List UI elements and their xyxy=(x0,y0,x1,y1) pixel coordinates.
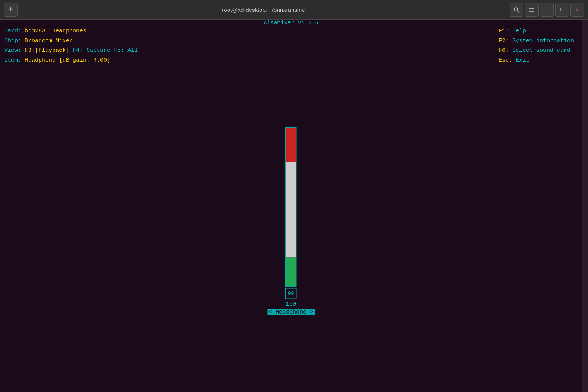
esc-desc: Exit xyxy=(516,57,529,64)
menu-button[interactable] xyxy=(525,3,539,17)
alsamixer-frame: AlsaMixer v1.2.6 Card: bcm2835 Headphone… xyxy=(0,20,582,392)
minimize-button[interactable]: — xyxy=(540,3,554,17)
close-button[interactable]: ✕ xyxy=(570,3,584,17)
f2-line: F2: System information xyxy=(499,36,574,46)
view-f4: F4: Capture xyxy=(73,47,110,54)
view-label: View: xyxy=(4,47,21,54)
view-f5: F5: All xyxy=(114,47,138,54)
f1-key: F1: xyxy=(499,28,509,34)
slider-red-zone xyxy=(286,128,296,162)
f6-desc: Select sound card xyxy=(512,47,570,54)
slider-track xyxy=(285,127,297,287)
esc-line: Esc: Exit xyxy=(499,56,574,66)
titlebar: + root@xd-desktop: ~/onnxruntime — □ ✕ xyxy=(0,0,588,20)
f1-line: F1: Help xyxy=(499,26,574,36)
terminal-area: AlsaMixer v1.2.6 Card: bcm2835 Headphone… xyxy=(0,20,588,392)
slider-green-zone xyxy=(286,257,296,287)
maximize-button[interactable]: □ xyxy=(555,3,569,17)
card-label: Card: xyxy=(4,28,21,34)
help-section: F1: Help F2: System information F6: Sele… xyxy=(499,26,574,65)
f6-line: F6: Select sound card xyxy=(499,46,574,56)
item-line: Item: Headphone [dB gain: 4.00] xyxy=(4,56,138,66)
slider-value-display: 00 xyxy=(285,288,297,299)
new-tab-button[interactable]: + xyxy=(4,3,18,17)
window-controls: — □ ✕ xyxy=(510,3,584,17)
view-f3: F3:[Playback] xyxy=(25,47,69,54)
chip-label: Chip: xyxy=(4,38,21,44)
info-section: Card: bcm2835 Headphones Chip: Broadcom … xyxy=(4,26,138,65)
scrollbar[interactable] xyxy=(582,20,588,392)
hamburger-icon xyxy=(529,7,535,13)
f2-key: F2: xyxy=(499,38,509,44)
alsamixer-title: AlsaMixer v1.2.6 xyxy=(260,20,321,26)
volume-slider[interactable]: 00 100 < Headphone > xyxy=(267,127,315,315)
search-button[interactable] xyxy=(510,3,523,17)
item-label: Item: xyxy=(4,57,21,64)
slider-channel-label: < Headphone > xyxy=(267,309,315,315)
card-value: bcm2835 Headphones xyxy=(25,28,86,34)
f6-key: F6: xyxy=(499,47,509,54)
window-title: root@xd-desktop: ~/onnxruntime xyxy=(18,6,510,13)
card-line: Card: bcm2835 Headphones xyxy=(4,26,138,36)
search-icon xyxy=(513,7,519,13)
chip-line: Chip: Broadcom Mixer xyxy=(4,36,138,46)
slider-percent: 100 xyxy=(286,301,296,307)
chip-value: Broadcom Mixer xyxy=(25,38,73,44)
f1-desc: Help xyxy=(512,28,526,34)
esc-key: Esc: xyxy=(499,57,512,64)
slider-white-zone xyxy=(286,162,296,257)
view-line: View: F3:[Playback] F4: Capture F5: All xyxy=(4,46,138,56)
item-value: Headphone [dB gain: 4.00] xyxy=(25,57,110,64)
f2-desc: System information xyxy=(512,38,574,44)
svg-line-1 xyxy=(517,11,519,12)
